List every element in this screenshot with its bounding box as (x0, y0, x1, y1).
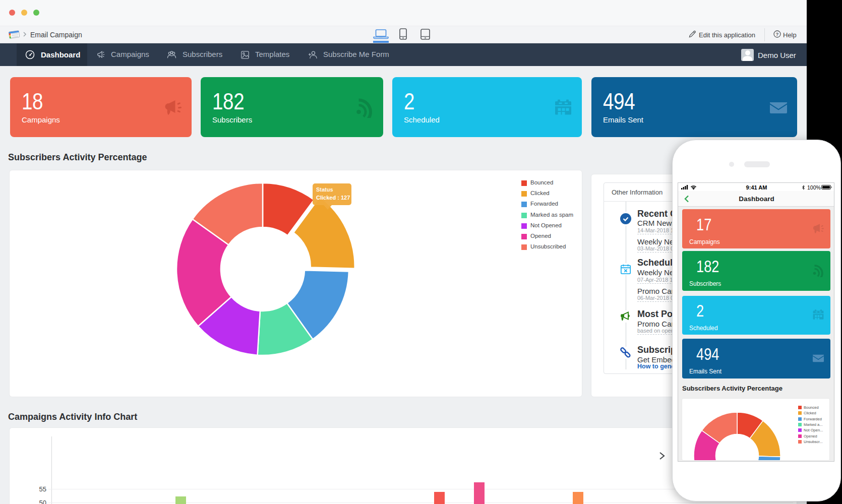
svg-text:?: ? (776, 31, 779, 37)
